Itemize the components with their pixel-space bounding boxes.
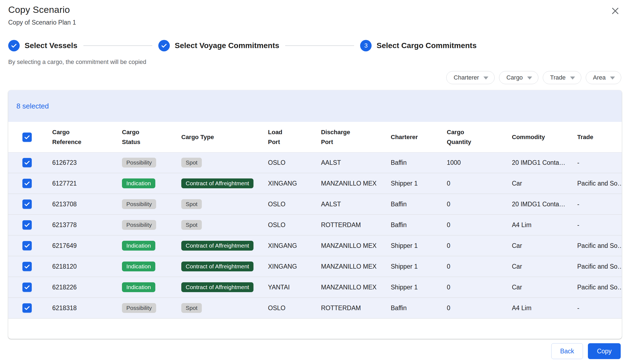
commodity-cell: Car	[512, 284, 577, 291]
cargo-type-cell: Spot	[181, 158, 268, 168]
filter-area[interactable]: Area	[586, 71, 621, 84]
cargo-status-badge: Possibility	[122, 158, 156, 168]
load-port-cell: YANTAI	[268, 284, 321, 291]
row-checkbox-cell	[8, 283, 52, 292]
cargo-type-cell: Contract of Affreightment	[181, 178, 268, 188]
cargo-status-badge: Possibility	[122, 303, 156, 313]
column-header[interactable]: Charterer	[391, 132, 447, 142]
selected-count: 8 selected	[16, 102, 49, 110]
trade-cell: Pacific and So…	[577, 284, 622, 291]
step-label: Select Cargo Commitments	[377, 41, 477, 50]
step-select-vessels[interactable]: Select Vessels	[8, 40, 77, 51]
step-completed-check-icon	[8, 40, 20, 51]
column-header[interactable]: Commodity	[512, 132, 577, 142]
cargo-quantity-cell: 0	[447, 201, 512, 208]
column-header[interactable]: CargoQuantity	[447, 127, 512, 147]
table-row[interactable]: 6213708 Possibility Spot OSLO AALST Baff…	[8, 194, 622, 215]
table-row[interactable]: 6127721 Indication Contract of Affreight…	[8, 173, 622, 194]
charterer-cell: Baffin	[391, 159, 447, 166]
cargo-type-badge: Contract of Affreightment	[181, 282, 253, 292]
cargo-type-cell: Spot	[181, 199, 268, 209]
column-header[interactable]: CargoStatus	[122, 127, 181, 147]
cargo-reference-cell: 6218318	[52, 304, 122, 312]
back-button[interactable]: Back	[551, 343, 583, 359]
table-body: 6126723 Possibility Spot OSLO AALST Baff…	[8, 152, 622, 319]
column-header[interactable]: Trade	[577, 132, 622, 142]
discharge-port-cell: AALST	[321, 201, 391, 208]
row-checkbox-cell	[8, 241, 52, 250]
cargo-status-cell: Indication	[122, 282, 181, 292]
row-checkbox[interactable]	[22, 303, 32, 313]
cargo-reference-cell: 6213708	[52, 201, 122, 208]
column-header[interactable]: CargoReference	[52, 127, 122, 147]
commodity-cell: Car	[512, 242, 577, 249]
cargo-reference-cell: 6218226	[52, 284, 122, 291]
table-row[interactable]: 6218226 Indication Contract of Affreight…	[8, 277, 622, 298]
chevron-down-icon	[483, 77, 488, 80]
table-row[interactable]: 6217649 Indication Contract of Affreight…	[8, 236, 622, 256]
cargo-type-badge: Contract of Affreightment	[181, 262, 253, 271]
load-port-cell: OSLO	[268, 201, 321, 208]
filter-charterer[interactable]: Charterer	[446, 71, 495, 84]
select-all-checkbox[interactable]	[22, 133, 32, 142]
row-checkbox[interactable]	[22, 262, 32, 271]
row-checkbox[interactable]	[22, 199, 32, 209]
table-row[interactable]: 6213778 Possibility Spot OSLO ROTTERDAM …	[8, 215, 622, 236]
selection-bar: 8 selected	[8, 90, 622, 122]
close-button[interactable]	[609, 5, 621, 17]
cargo-status-cell: Indication	[122, 178, 181, 188]
discharge-port-cell: MANZANILLO MEX	[321, 263, 391, 270]
commodity-cell: A4 Lim	[512, 221, 577, 229]
step-number: 3	[364, 42, 368, 49]
step-connector	[285, 45, 354, 46]
cargo-status-badge: Possibility	[122, 199, 156, 209]
table-row[interactable]: 6218318 Possibility Spot OSLO ROTTERDAM …	[8, 298, 622, 319]
cargo-status-badge: Indication	[122, 282, 155, 292]
copy-button[interactable]: Copy	[588, 343, 621, 359]
stepper: Select Vessels Select Voyage Commitments…	[8, 40, 622, 51]
column-header[interactable]: DischargePort	[321, 127, 391, 147]
cargo-quantity-cell: 1000	[447, 159, 512, 166]
cargo-type-cell: Contract of Affreightment	[181, 282, 268, 292]
trade-cell: -	[577, 201, 622, 208]
column-header[interactable]: Cargo Type	[181, 132, 268, 142]
step-select-cargo-commitments[interactable]: 3 Select Cargo Commitments	[360, 40, 477, 51]
step-label: Select Vessels	[25, 41, 77, 50]
row-checkbox[interactable]	[22, 241, 32, 250]
charterer-cell: Shipper 1	[391, 263, 447, 270]
cargo-quantity-cell: 0	[447, 304, 512, 312]
table-row[interactable]: 6218120 Indication Contract of Affreight…	[8, 256, 622, 277]
row-checkbox[interactable]	[22, 158, 32, 167]
cargo-quantity-cell: 0	[447, 242, 512, 249]
cargo-status-cell: Indication	[122, 241, 181, 251]
row-checkbox[interactable]	[22, 220, 32, 230]
table-row[interactable]: 6126723 Possibility Spot OSLO AALST Baff…	[8, 152, 622, 173]
trade-cell: Pacific and So…	[577, 263, 622, 270]
column-header[interactable]: LoadPort	[268, 127, 321, 147]
row-checkbox[interactable]	[22, 283, 32, 292]
cargo-status-cell: Possibility	[122, 158, 181, 168]
cargo-reference-cell: 6217649	[52, 242, 122, 249]
cargo-status-badge: Possibility	[122, 220, 156, 230]
discharge-port-cell: MANZANILLO MEX	[321, 284, 391, 291]
cargo-type-badge: Spot	[181, 303, 202, 313]
load-port-cell: OSLO	[268, 221, 321, 229]
trade-cell: -	[577, 304, 622, 312]
filter-trade[interactable]: Trade	[543, 71, 581, 84]
discharge-port-cell: MANZANILLO MEX	[321, 180, 391, 187]
trade-cell: -	[577, 221, 622, 229]
filter-cargo[interactable]: Cargo	[499, 71, 538, 84]
discharge-port-cell: AALST	[321, 159, 391, 166]
filter-bar: Charterer Cargo Trade Area	[8, 71, 621, 84]
cargo-type-badge: Spot	[181, 199, 202, 209]
row-checkbox-cell	[8, 262, 52, 271]
discharge-port-cell: MANZANILLO MEX	[321, 242, 391, 249]
row-checkbox-cell	[8, 220, 52, 230]
cargo-reference-cell: 6213778	[52, 221, 122, 229]
row-checkbox-cell	[8, 179, 52, 188]
discharge-port-cell: ROTTERDAM	[321, 221, 391, 229]
cargo-type-cell: Spot	[181, 220, 268, 230]
chevron-down-icon	[527, 77, 532, 80]
row-checkbox[interactable]	[22, 179, 32, 188]
step-select-voyage-commitments[interactable]: Select Voyage Commitments	[158, 40, 279, 51]
